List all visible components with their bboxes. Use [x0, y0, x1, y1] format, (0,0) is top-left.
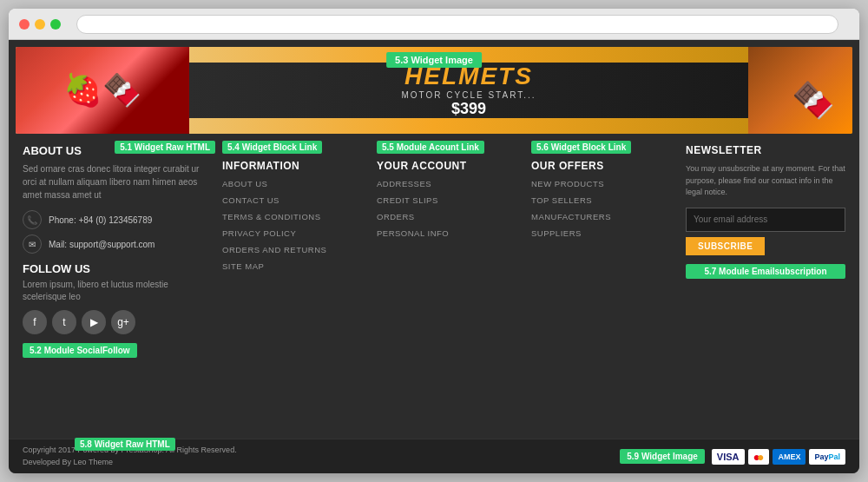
follow-title: FOLLOW US [23, 262, 208, 275]
browser-bar [9, 9, 859, 40]
hero-right-image [748, 47, 852, 134]
hero-widget-badge: 5.3 Widget Image [386, 52, 482, 68]
social-icons-row: f t ▶ g+ [23, 310, 208, 334]
information-column: 5.4 Widget Block Link INFORMATION ABOUT … [215, 141, 370, 432]
information-title: INFORMATION [222, 160, 363, 172]
info-link-terms[interactable]: TERMS & CONDITIONS [222, 212, 363, 221]
phone-icon: 📞 [23, 210, 42, 229]
social-follow-badge: 5.2 Module SocialFollow [23, 343, 137, 358]
minimize-dot[interactable] [35, 19, 45, 30]
close-dot[interactable] [19, 19, 30, 30]
account-link-orders[interactable]: ORDERS [377, 212, 517, 221]
info-link-privacy[interactable]: PRIVACY POLICY [222, 228, 363, 238]
copyright-line2: Developed By Leo Theme [23, 457, 237, 469]
facebook-icon[interactable]: f [23, 310, 47, 334]
phone-label: Phone: +84 (0) 123456789 [49, 215, 152, 225]
account-title: YOUR ACCOUNT [377, 160, 517, 172]
follow-text: Lorem ipsum, libero et luctus molestie s… [23, 279, 208, 303]
payment-icons: VISA ●● AMEX PayPal [712, 449, 845, 465]
info-link-contact[interactable]: CONTACT US [222, 195, 363, 205]
mastercard-icon: ●● [748, 449, 770, 465]
url-bar[interactable] [76, 15, 838, 34]
maximize-dot[interactable] [50, 19, 61, 30]
payment-area: 5.9 Widget Image VISA ●● AMEX PayPal [620, 449, 845, 465]
raw-html-badge: 5.8 Widget Raw HTML [75, 438, 175, 451]
newsletter-column: NEWSLETTER You may unsubscribe at any mo… [679, 141, 852, 432]
bottom-bar: Copyright 2017 Powered by PrestaShop. Al… [9, 439, 859, 473]
hero-subtitle: MOTOR CYCLE START... [401, 90, 536, 100]
hero-left-image [16, 47, 189, 134]
hero-center: HELMETS MOTOR CYCLE START... $399 [189, 63, 748, 118]
about-column: 5.1 Widget Raw HTML ABOUT US Sed ornare … [16, 141, 215, 432]
info-link-about[interactable]: ABOUT US [222, 179, 363, 188]
offers-link-new[interactable]: NEW PRODUCTS [531, 179, 672, 188]
info-link-sitemap[interactable]: SITE MAP [222, 261, 363, 271]
newsletter-title: NEWSLETTER [686, 144, 845, 156]
copyright-area: Copyright 2017 Powered by PrestaShop. Al… [23, 445, 237, 468]
about-description: Sed ornare cras donec litora integer cur… [23, 162, 208, 201]
account-badge: 5.5 Module Acount Link [377, 141, 484, 154]
about-widget-badge: 5.1 Widget Raw HTML [115, 141, 215, 154]
subscribe-button[interactable]: SUBSCRIBE [686, 237, 765, 255]
newsletter-description: You may unsubscribe at any moment. For t… [686, 163, 845, 199]
paypal-icon: PayPal [809, 449, 845, 465]
phone-item: 📞 Phone: +84 (0) 123456789 [23, 210, 208, 229]
page-content: HELMETS MOTOR CYCLE START... $399 5.3 Wi… [9, 40, 859, 473]
youtube-icon[interactable]: ▶ [82, 310, 106, 334]
amex-icon: AMEX [773, 449, 806, 465]
hero-banner: HELMETS MOTOR CYCLE START... $399 5.3 Wi… [16, 47, 852, 134]
offers-link-manufacturers[interactable]: MANUFACTURERS [531, 212, 672, 221]
info-link-orders[interactable]: ORDERS AND RETURNS [222, 245, 363, 254]
visa-icon: VISA [712, 449, 745, 465]
account-column: 5.5 Module Acount Link YOUR ACCOUNT ADDR… [370, 141, 524, 432]
twitter-icon[interactable]: t [52, 310, 76, 334]
offers-title: OUR OFFERS [531, 160, 672, 172]
offers-link-suppliers[interactable]: SUPPLIERS [531, 228, 672, 238]
information-badge: 5.4 Widget Block Link [222, 141, 322, 154]
mail-item: ✉ Mail: support@support.com [23, 234, 208, 254]
offers-column: 5.6 Widget Block Link OUR OFFERS NEW PRO… [524, 141, 679, 432]
hero-price: $399 [451, 100, 486, 118]
account-link-personalinfo[interactable]: PERSONAL INFO [377, 228, 517, 238]
footer-area: 5.1 Widget Raw HTML ABOUT US Sed ornare … [9, 134, 859, 439]
offers-link-top[interactable]: TOP SELLERS [531, 195, 672, 205]
account-link-addresses[interactable]: ADDRESSES [377, 179, 517, 188]
email-subscription-badge: 5.7 Module Emailsubscription [686, 264, 845, 279]
offers-badge: 5.6 Widget Block Link [531, 141, 631, 154]
email-input[interactable] [686, 208, 845, 232]
account-link-creditslips[interactable]: CREDIT SLIPS [377, 195, 517, 205]
mail-label: Mail: support@support.com [49, 240, 155, 249]
mail-icon: ✉ [23, 234, 42, 254]
googleplus-icon[interactable]: g+ [111, 310, 135, 334]
widget-image-badge: 5.9 Widget Image [620, 449, 705, 464]
browser-window: HELMETS MOTOR CYCLE START... $399 5.3 Wi… [9, 9, 859, 473]
